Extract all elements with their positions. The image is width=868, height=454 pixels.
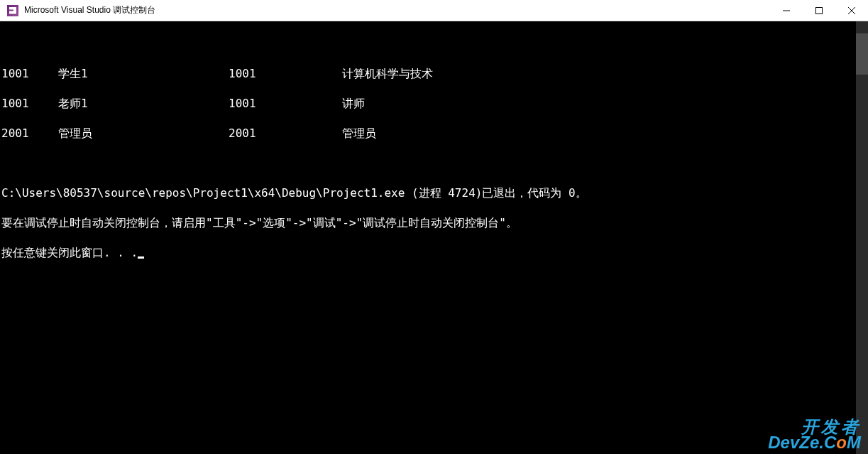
- window-title: Microsoft Visual Studio 调试控制台: [24, 4, 155, 16]
- vertical-scrollbar[interactable]: [856, 21, 868, 454]
- cell-id: 2001: [1, 126, 58, 141]
- close-prompt: 按任意键关闭此窗口. . .: [1, 245, 854, 260]
- minimize-button[interactable]: [770, 0, 803, 21]
- cell-code: 1001: [229, 96, 342, 111]
- empty-line: [1, 156, 854, 171]
- close-icon: [848, 7, 855, 14]
- exit-message: C:\Users\80537\source\repos\Project1\x64…: [1, 185, 854, 200]
- titlebar[interactable]: Microsoft Visual Studio 调试控制台: [0, 0, 868, 21]
- app-icon: [7, 5, 18, 16]
- table-row: 2001管理员2001管理员: [1, 126, 854, 141]
- cursor: [138, 256, 144, 259]
- window-controls: [770, 0, 868, 21]
- cell-id: 1001: [1, 66, 58, 81]
- console-content: 1001学生11001计算机科学与技术 1001老师11001讲师 2001管理…: [1, 51, 854, 454]
- cell-name: 学生1: [58, 66, 229, 81]
- minimize-icon: [783, 7, 790, 14]
- console-window: Microsoft Visual Studio 调试控制台 1001学生1100…: [0, 0, 868, 454]
- cell-name: 管理员: [58, 126, 229, 141]
- hint-message: 要在调试停止时自动关闭控制台，请启用"工具"->"选项"->"调试"->"调试停…: [1, 215, 854, 230]
- maximize-button[interactable]: [803, 0, 835, 21]
- cell-role: 管理员: [342, 126, 376, 141]
- scrollbar-thumb[interactable]: [856, 33, 868, 75]
- cell-code: 1001: [229, 66, 342, 81]
- cell-id: 1001: [1, 96, 58, 111]
- cell-role: 讲师: [342, 96, 365, 111]
- cell-code: 2001: [229, 126, 342, 141]
- cell-name: 老师1: [58, 96, 229, 111]
- maximize-icon: [815, 7, 823, 14]
- svg-rect-1: [816, 7, 823, 13]
- close-button[interactable]: [835, 0, 868, 21]
- table-row: 1001学生11001计算机科学与技术: [1, 66, 854, 81]
- console-output[interactable]: 1001学生11001计算机科学与技术 1001老师11001讲师 2001管理…: [0, 21, 868, 454]
- cell-role: 计算机科学与技术: [342, 66, 433, 81]
- table-row: 1001老师11001讲师: [1, 96, 854, 111]
